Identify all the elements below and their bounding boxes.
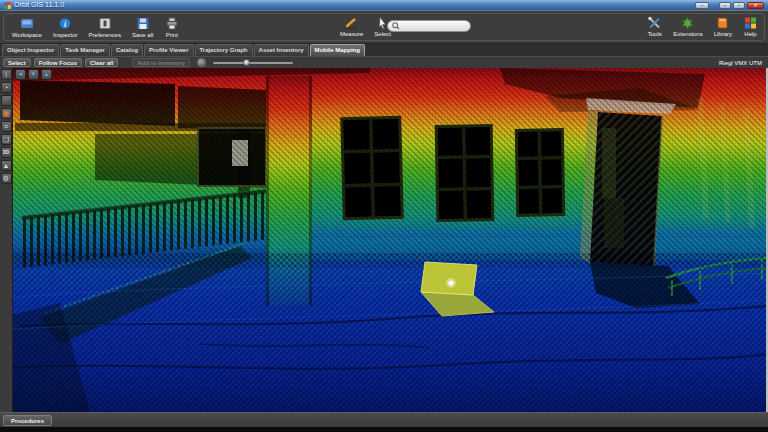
layers-button[interactable]: ❏: [1, 134, 12, 145]
tab-object-inspector[interactable]: Object Inspector: [2, 44, 59, 56]
workspace-button[interactable]: Workspace: [10, 16, 44, 39]
sensor-profile-label: Riegl VMX UTM: [719, 60, 765, 66]
target-tool-button[interactable]: [197, 58, 206, 67]
window-title: Orbit GIS 11.1.0: [14, 0, 64, 10]
measure-icon: [344, 16, 359, 30]
terrain-button[interactable]: ▲: [1, 160, 12, 171]
viewport-nav-toolbar: ◄ ▼ ▲: [15, 69, 52, 80]
inspector-icon: i: [58, 17, 73, 31]
paint-select-button[interactable]: ▦: [1, 108, 12, 119]
point-size-slider-thumb[interactable]: [243, 59, 250, 66]
tab-trajectory-graph[interactable]: Trajectory Graph: [195, 44, 253, 56]
titlebar: Orbit GIS 11.1.0 – – ▫ ✕: [0, 0, 768, 10]
tools-button[interactable]: Tools: [645, 15, 664, 38]
save-icon: [135, 17, 150, 31]
point-select-button[interactable]: ⁙: [1, 95, 12, 106]
measure-button[interactable]: Measure: [338, 15, 365, 38]
toolbar-right-group: Tools Extensions Library Help: [645, 15, 760, 38]
close-button[interactable]: ✕: [747, 2, 764, 9]
point-cloud-viewport[interactable]: i ◔ ⁙ ▦ ≡ ❏ 3D ▲ ⚙ ◄ ▼ ▲: [0, 68, 768, 412]
tab-mobile-mapping[interactable]: Mobile Mapping: [310, 44, 365, 56]
point-cloud-scene[interactable]: [0, 68, 768, 412]
slider-track: [213, 62, 293, 64]
viewport-side-toolbar: i ◔ ⁙ ▦ ≡ ❏ 3D ▲ ⚙: [0, 68, 13, 412]
search-input[interactable]: [402, 23, 466, 29]
tools-icon: [647, 16, 662, 30]
rotate-down-button[interactable]: ▼: [28, 69, 39, 80]
module-tabbar: Object Inspector Task Manager Catalog Pr…: [0, 44, 768, 56]
search-icon: [392, 22, 400, 30]
measure-lines-button[interactable]: ≡: [1, 121, 12, 132]
pan-left-button[interactable]: ◄: [15, 69, 26, 80]
window-controls: – – ▫ ✕: [695, 2, 764, 9]
inspector-button[interactable]: i Inspector: [51, 16, 80, 39]
search-box: [387, 20, 471, 32]
window-bottom-edge: [0, 427, 768, 432]
help-icon: [743, 16, 758, 30]
mobile-mapping-toolbar: Select Follow Focus Clear all Add to Inv…: [0, 56, 768, 68]
statusbar: Procedures: [0, 412, 768, 427]
tab-catalog[interactable]: Catalog: [111, 44, 143, 56]
save-all-button[interactable]: Save all: [130, 16, 155, 39]
toolbar-left-group: Workspace i Inspector Preferences Save a…: [10, 16, 181, 39]
library-button[interactable]: Library: [712, 15, 734, 38]
info-tool-button[interactable]: i: [1, 69, 12, 80]
print-button[interactable]: Print: [162, 16, 181, 39]
tab-task-manager[interactable]: Task Manager: [60, 44, 110, 56]
rotate-up-button[interactable]: ▲: [41, 69, 52, 80]
extensions-button[interactable]: Extensions: [671, 15, 704, 38]
app-logo-icon: [4, 2, 11, 9]
extensions-icon: [680, 16, 695, 30]
orbit-view-button[interactable]: ◔: [1, 82, 12, 93]
marker-handle[interactable]: [448, 280, 453, 285]
point-size-slider[interactable]: [213, 58, 293, 67]
select-mode-button[interactable]: Select: [3, 58, 31, 67]
tab-profile-viewer[interactable]: Profile Viewer: [144, 44, 194, 56]
view-3d-button[interactable]: 3D: [1, 147, 12, 158]
procedures-button[interactable]: Procedures: [3, 415, 52, 426]
titlebar-extra-button[interactable]: –: [695, 2, 709, 9]
print-icon: [164, 17, 179, 31]
preferences-icon: [97, 17, 112, 31]
settings-button[interactable]: ⚙: [1, 173, 12, 184]
workspace-icon: [19, 17, 34, 31]
clear-all-button[interactable]: Clear all: [85, 58, 118, 67]
library-icon: [715, 16, 730, 30]
help-button[interactable]: Help: [741, 15, 760, 38]
preferences-button[interactable]: Preferences: [87, 16, 123, 39]
tab-asset-inventory[interactable]: Asset Inventory: [254, 44, 309, 56]
minimize-button[interactable]: –: [719, 2, 731, 9]
restore-button[interactable]: ▫: [733, 2, 745, 9]
add-to-inventory-button: Add to Inventory: [132, 58, 190, 67]
follow-focus-button[interactable]: Follow Focus: [34, 58, 82, 67]
toolbar-center-group: Measure Select: [338, 15, 393, 38]
main-toolbar: Workspace i Inspector Preferences Save a…: [0, 10, 768, 44]
